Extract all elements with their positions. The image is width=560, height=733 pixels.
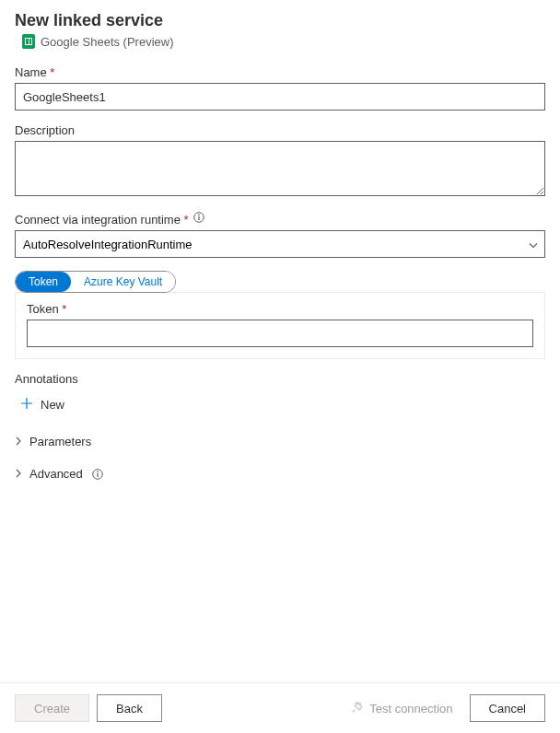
- annotations-section: Annotations New: [15, 372, 545, 416]
- name-label-text: Name: [15, 65, 47, 79]
- info-icon[interactable]: [193, 212, 204, 223]
- description-label: Description: [15, 123, 545, 137]
- create-button[interactable]: Create: [15, 694, 89, 722]
- required-asterisk: *: [62, 302, 66, 316]
- runtime-select[interactable]: AutoResolveIntegrationRuntime: [15, 230, 545, 258]
- description-field-group: Description: [15, 123, 545, 199]
- svg-rect-2: [199, 216, 200, 220]
- footer: Create Back Test connection Cancel: [0, 682, 560, 733]
- token-box: Token *: [15, 292, 545, 359]
- advanced-toggle[interactable]: Advanced: [15, 461, 103, 486]
- name-label: Name *: [15, 65, 545, 79]
- token-input[interactable]: [27, 320, 533, 347]
- parameters-toggle[interactable]: Parameters: [15, 429, 91, 454]
- chevron-right-icon: [15, 435, 22, 448]
- required-asterisk: *: [50, 65, 54, 79]
- back-button[interactable]: Back: [97, 694, 162, 722]
- runtime-field-group: Connect via integration runtime * AutoRe…: [15, 212, 545, 258]
- advanced-section: Advanced: [15, 461, 545, 486]
- tab-azure-key-vault[interactable]: Azure Key Vault: [71, 272, 175, 292]
- plus-icon: [20, 397, 33, 413]
- required-asterisk: *: [184, 213, 189, 227]
- parameters-label: Parameters: [29, 435, 91, 448]
- annotations-label: Annotations: [15, 372, 545, 386]
- runtime-label-text: Connect via integration runtime: [15, 213, 181, 227]
- runtime-select-wrap: AutoResolveIntegrationRuntime: [15, 230, 545, 258]
- service-type-label: Google Sheets (Preview): [41, 35, 174, 49]
- chevron-right-icon: [15, 467, 22, 481]
- plug-icon: [351, 701, 364, 716]
- add-annotation-label: New: [41, 398, 64, 412]
- name-input[interactable]: [15, 83, 545, 111]
- cancel-button[interactable]: Cancel: [470, 694, 545, 722]
- token-section: Token Azure Key Vault Token *: [15, 271, 545, 359]
- runtime-label: Connect via integration runtime *: [15, 212, 545, 227]
- google-sheets-icon: [22, 34, 35, 49]
- form-content: New linked service Google Sheets (Previe…: [0, 0, 560, 682]
- advanced-label: Advanced: [29, 467, 83, 481]
- tab-token[interactable]: Token: [16, 272, 71, 292]
- service-type-row: Google Sheets (Preview): [22, 34, 545, 49]
- token-tab-group: Token Azure Key Vault: [15, 271, 176, 293]
- svg-rect-5: [97, 473, 98, 477]
- svg-point-4: [97, 471, 99, 472]
- token-label-text: Token: [27, 302, 59, 316]
- description-textarea[interactable]: [15, 141, 545, 196]
- token-label: Token *: [27, 302, 533, 316]
- test-connection-button[interactable]: Test connection: [342, 694, 461, 722]
- svg-point-1: [198, 215, 200, 216]
- parameters-section: Parameters: [15, 429, 545, 454]
- name-field-group: Name *: [15, 65, 545, 111]
- test-connection-label: Test connection: [369, 702, 452, 716]
- info-icon: [92, 469, 103, 480]
- add-annotation-button[interactable]: New: [15, 393, 70, 416]
- page-title: New linked service: [15, 11, 545, 30]
